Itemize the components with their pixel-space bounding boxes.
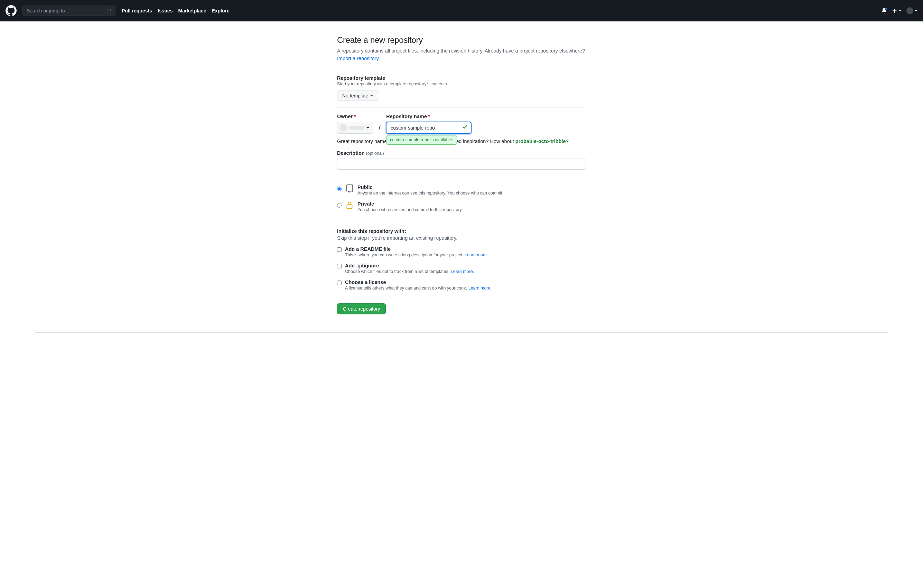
license-learn-more-link[interactable]: Learn more.: [468, 286, 491, 290]
description-label: Description: [337, 150, 365, 156]
primary-nav: Pull requests Issues Marketplace Explore: [122, 8, 230, 13]
slash-hint: /: [107, 8, 113, 14]
plus-icon: [892, 8, 897, 13]
readme-title: Add a README file: [345, 246, 488, 252]
footer-divider: [34, 332, 889, 333]
divider: [337, 69, 586, 69]
readme-sub: This is where you can write a long descr…: [345, 252, 488, 257]
page-desc-text: A repository contains all project files,…: [337, 48, 585, 54]
divider: [337, 176, 586, 176]
user-menu[interactable]: [907, 7, 918, 14]
gitignore-checkbox[interactable]: [337, 264, 342, 269]
caret-down-icon: [370, 95, 373, 97]
required-asterisk: *: [354, 114, 356, 119]
description-input[interactable]: [337, 159, 586, 170]
nav-marketplace[interactable]: Marketplace: [178, 8, 206, 13]
name-hint-suffix: ?: [566, 139, 569, 144]
divider: [337, 297, 586, 297]
owner-name-placeholder: [349, 126, 365, 129]
owner-repo-separator: /: [379, 123, 381, 134]
page-description: A repository contains all project files,…: [337, 47, 586, 62]
visibility-private-title: Private: [358, 201, 463, 206]
license-option: Choose a license A license tells others …: [337, 280, 586, 290]
required-asterisk: *: [428, 114, 430, 119]
visibility-public-option[interactable]: Public Anyone on the internet can see th…: [337, 182, 586, 199]
initialize-sub: Skip this step if you're importing an ex…: [337, 235, 586, 241]
svg-rect-0: [347, 205, 352, 208]
readme-option: Add a README file This is where you can …: [337, 246, 586, 257]
notification-dot: [885, 7, 888, 10]
license-sub-text: A license tells others what they can and…: [345, 286, 468, 290]
owner-label: Owner *: [337, 114, 373, 119]
readme-sub-text: This is where you can write a long descr…: [345, 252, 465, 257]
repo-name-label: Repository name *: [386, 114, 471, 119]
template-select-label: No template: [342, 93, 368, 98]
name-hint: Great repository names are short and mem…: [337, 139, 586, 144]
template-title: Repository template: [337, 75, 586, 81]
gitignore-option: Add .gitignore Choose which files not to…: [337, 263, 586, 274]
gitignore-sub: Choose which files not to track from a l…: [345, 269, 474, 274]
visibility-public-sub: Anyone on the internet can see this repo…: [358, 191, 503, 195]
caret-down-icon: [899, 10, 902, 11]
repo-icon: [345, 185, 354, 193]
license-checkbox[interactable]: [337, 280, 342, 285]
visibility-private-sub: You choose who can see and commit to thi…: [358, 207, 463, 212]
caret-down-icon: [366, 127, 369, 128]
notifications-button[interactable]: [882, 8, 887, 13]
template-select[interactable]: No template: [337, 90, 378, 101]
owner-select[interactable]: [337, 122, 373, 134]
license-sub: A license tells others what they can and…: [345, 286, 491, 290]
repo-name-label-text: Repository name: [386, 114, 427, 119]
repo-name-input[interactable]: [386, 122, 471, 134]
description-optional: (optional): [366, 151, 384, 156]
github-logo[interactable]: [5, 5, 16, 16]
template-section: Repository template Start your repositor…: [337, 75, 586, 101]
search-input[interactable]: [22, 5, 116, 16]
availability-tooltip: custom-sample-repo is available.: [386, 135, 457, 145]
visibility-public-title: Public: [358, 185, 503, 190]
owner-avatar: [340, 124, 347, 132]
template-sub: Start your repository with a template re…: [337, 82, 586, 86]
avatar: [907, 7, 913, 14]
nav-pull-requests[interactable]: Pull requests: [122, 8, 152, 13]
gitignore-title: Add .gitignore: [345, 263, 474, 269]
divider: [337, 222, 586, 222]
readme-learn-more-link[interactable]: Learn more.: [465, 252, 488, 257]
description-section: Description (optional): [337, 150, 586, 170]
name-suggestion-link[interactable]: probable-octo-tribble: [516, 139, 566, 144]
header-right: [882, 7, 918, 14]
page-title: Create a new repository: [337, 35, 586, 45]
owner-column: Owner *: [337, 114, 373, 134]
check-icon: [462, 124, 468, 131]
nav-issues[interactable]: Issues: [158, 8, 173, 13]
lock-icon: [345, 201, 354, 210]
owner-repo-row: Owner * / Repository name * custom-sampl…: [337, 114, 586, 134]
gitignore-sub-text: Choose which files not to track from a l…: [345, 269, 451, 274]
visibility-private-option[interactable]: Private You choose who can see and commi…: [337, 199, 586, 216]
visibility-public-text: Public Anyone on the internet can see th…: [358, 185, 503, 195]
readme-checkbox[interactable]: [337, 247, 342, 252]
initialize-title: Initialize this repository with:: [337, 228, 586, 234]
caret-down-icon: [915, 10, 918, 11]
nav-explore[interactable]: Explore: [212, 8, 229, 13]
create-repository-button[interactable]: Create repository: [337, 303, 386, 314]
import-repository-link[interactable]: Import a repository.: [337, 56, 380, 61]
main-container: Create a new repository A repository con…: [337, 35, 586, 314]
repo-name-column: Repository name * custom-sample-repo is …: [386, 114, 471, 134]
visibility-private-radio[interactable]: [337, 203, 342, 208]
license-title: Choose a license: [345, 280, 491, 285]
visibility-private-text: Private You choose who can see and commi…: [358, 201, 463, 212]
global-header: / Pull requests Issues Marketplace Explo…: [0, 0, 923, 21]
gitignore-learn-more-link[interactable]: Learn more.: [451, 269, 474, 274]
visibility-public-radio[interactable]: [337, 187, 342, 191]
search-wrap: /: [22, 5, 116, 16]
create-new-menu[interactable]: [892, 8, 902, 13]
owner-label-text: Owner: [337, 114, 353, 119]
